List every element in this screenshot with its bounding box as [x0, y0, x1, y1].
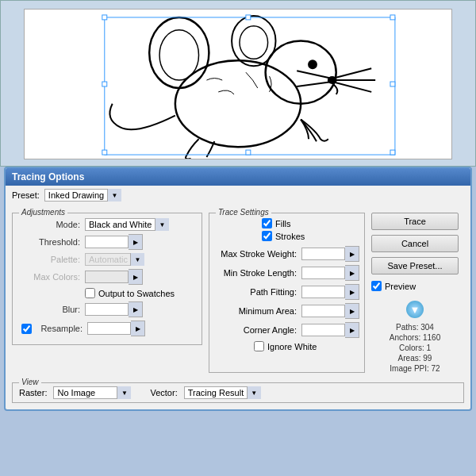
- canvas-content: [24, 9, 452, 159]
- svg-rect-15: [390, 15, 395, 20]
- blur-row: Blur: 0,3 px ▶: [17, 301, 197, 317]
- blur-input[interactable]: 0,3 px: [85, 303, 129, 316]
- svg-line-11: [297, 71, 332, 79]
- raster-label: Raster:: [19, 388, 47, 397]
- cancel-button[interactable]: Cancel: [371, 235, 459, 252]
- svg-line-12: [297, 82, 332, 86]
- raster-select[interactable]: No Image Original Image: [53, 386, 131, 399]
- vector-label: Vector:: [150, 388, 177, 397]
- save-preset-button[interactable]: Save Preset...: [371, 257, 459, 274]
- svg-rect-16: [102, 150, 107, 155]
- mode-row: Mode: Black and White Color Grayscale ▼: [17, 218, 197, 231]
- svg-point-6: [309, 60, 317, 68]
- blur-increment-btn[interactable]: ▶: [129, 301, 143, 317]
- palette-select-wrapper: Automatic ▼: [85, 253, 144, 266]
- dialog-title: Tracing Options: [6, 168, 470, 186]
- ignore-white-checkbox[interactable]: [254, 341, 264, 351]
- adjustments-panel: Adjustments Mode: Black and White Color …: [12, 213, 202, 373]
- resample-checkbox[interactable]: [21, 324, 32, 334]
- max-colors-input[interactable]: 6: [85, 271, 129, 283]
- view-group: View Raster: No Image Original Image ▼ V…: [12, 382, 464, 403]
- ignore-white-label: Ignore White: [267, 342, 317, 351]
- info-icon: ▼: [406, 301, 424, 318]
- blur-label: Blur:: [17, 305, 85, 314]
- min-area-spinner: 40 px ▶: [301, 303, 359, 319]
- min-area-btn[interactable]: ▶: [345, 303, 359, 319]
- corner-angle-btn[interactable]: ▶: [345, 322, 359, 338]
- svg-line-8: [332, 68, 371, 79]
- min-stroke-spinner: 15 px ▶: [301, 265, 359, 281]
- threshold-row: Threshold: 180 ▶: [17, 234, 197, 250]
- path-fitting-label: Path Fitting:: [214, 287, 301, 297]
- resample-input[interactable]: 72 px: [87, 322, 131, 335]
- preset-select[interactable]: Inked Drawing Default Photo: [44, 189, 121, 202]
- raster-select-wrapper: No Image Original Image ▼: [53, 386, 131, 399]
- vector-select[interactable]: Tracing Result Outlines: [184, 386, 261, 399]
- corner-angle-spinner: 80 ▶: [301, 322, 359, 338]
- max-colors-spinner: 6 ▶: [85, 269, 143, 285]
- image-ppi-info: Image PPI: 72: [390, 364, 440, 373]
- path-fitting-input[interactable]: 2 px: [301, 286, 345, 298]
- max-stroke-btn[interactable]: ▶: [345, 246, 359, 262]
- svg-rect-19: [246, 150, 251, 155]
- mode-select[interactable]: Black and White Color Grayscale: [85, 218, 169, 231]
- palette-row: Palette: Automatic ▼: [17, 253, 197, 266]
- resample-row: Resample: 72 px ▶: [17, 321, 197, 336]
- min-area-input[interactable]: 40 px: [301, 305, 345, 317]
- corner-angle-label: Corner Angle:: [214, 325, 301, 335]
- max-colors-label: Max Colors:: [17, 272, 85, 282]
- view-row: View Raster: No Image Original Image ▼ V…: [6, 379, 470, 409]
- max-stroke-spinner: 10 px ▶: [301, 246, 359, 262]
- right-panel: Trace Cancel Save Preset... Preview ▼ Pa…: [371, 213, 459, 373]
- anchors-info: Anchors: 1160: [390, 333, 441, 342]
- path-fitting-row: Path Fitting: 2 px ▶: [214, 284, 359, 300]
- canvas-area: [0, 0, 476, 167]
- max-stroke-label: Max Stroke Weight:: [214, 249, 301, 259]
- trace-settings-label: Trace Settings: [216, 208, 271, 217]
- max-stroke-input[interactable]: 10 px: [301, 248, 345, 260]
- blur-spinner: 0,3 px ▶: [85, 301, 143, 317]
- illustration: [25, 10, 451, 159]
- max-stroke-row: Max Stroke Weight: 10 px ▶: [214, 246, 359, 262]
- adjustments-group: Adjustments Mode: Black and White Color …: [12, 213, 202, 345]
- min-stroke-btn[interactable]: ▶: [345, 265, 359, 281]
- resample-label: Resample:: [32, 324, 87, 333]
- min-stroke-row: Min Stroke Length: 15 px ▶: [214, 265, 359, 281]
- max-colors-increment-btn[interactable]: ▶: [129, 269, 143, 285]
- svg-rect-21: [390, 82, 395, 86]
- preset-select-wrapper: Inked Drawing Default Photo ▼: [44, 189, 121, 202]
- corner-angle-row: Corner Angle: 80 ▶: [214, 322, 359, 338]
- threshold-increment-btn[interactable]: ▶: [129, 234, 143, 250]
- tracing-options-dialog: Tracing Options Preset: Inked Drawing De…: [4, 167, 472, 411]
- output-swatches-checkbox[interactable]: [85, 288, 95, 298]
- svg-rect-18: [246, 15, 251, 20]
- dialog-body: Adjustments Mode: Black and White Color …: [6, 206, 470, 379]
- min-stroke-input[interactable]: 15 px: [301, 267, 345, 279]
- trace-button[interactable]: Trace: [371, 213, 459, 230]
- preview-checkbox[interactable]: [371, 281, 382, 291]
- vector-select-wrapper: Tracing Result Outlines ▼: [184, 386, 261, 399]
- info-section: ▼ Paths: 304 Anchors: 1160 Colors: 1 Are…: [371, 299, 459, 373]
- trace-settings-group: Trace Settings Fills Strokes Max Stroke …: [209, 213, 365, 373]
- corner-angle-input[interactable]: 80: [301, 324, 345, 336]
- fills-strokes-section: Fills Strokes: [214, 218, 359, 241]
- svg-point-2: [149, 17, 209, 88]
- min-area-row: Minimum Area: 40 px ▶: [214, 303, 359, 319]
- preset-label: Preset:: [12, 190, 40, 200]
- svg-point-0: [175, 60, 301, 147]
- min-area-label: Minimum Area:: [214, 306, 301, 316]
- adjustments-label: Adjustments: [19, 208, 67, 217]
- palette-select[interactable]: Automatic: [85, 253, 144, 266]
- threshold-input[interactable]: 180: [85, 236, 129, 248]
- svg-point-5: [240, 26, 268, 60]
- fills-checkbox[interactable]: [262, 218, 272, 228]
- strokes-label: Strokes: [275, 232, 305, 241]
- preview-label: Preview: [385, 282, 416, 291]
- resample-increment-btn[interactable]: ▶: [131, 321, 145, 336]
- svg-rect-17: [390, 150, 395, 155]
- svg-rect-14: [102, 15, 107, 20]
- strokes-checkbox[interactable]: [262, 231, 272, 241]
- threshold-spinner: 180 ▶: [85, 234, 143, 250]
- svg-rect-20: [102, 82, 107, 86]
- path-fitting-btn[interactable]: ▶: [345, 284, 359, 300]
